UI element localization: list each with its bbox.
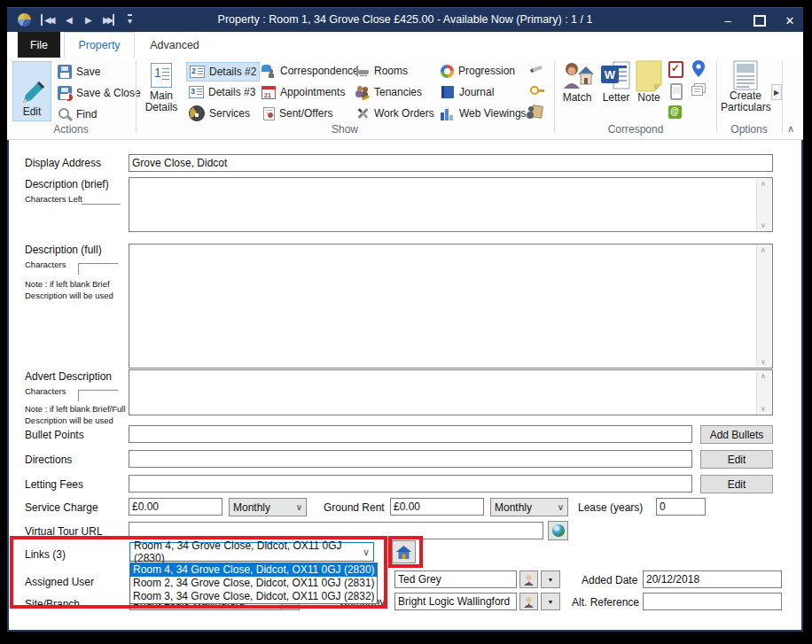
tenancies-button[interactable]: Tenancies: [353, 83, 425, 101]
group-separator: [716, 60, 717, 133]
task-checkbox-icon[interactable]: [668, 61, 683, 78]
save-and-close-button[interactable]: Save & Close: [55, 84, 144, 102]
ribbon-collapse-icon[interactable]: ∧: [787, 123, 794, 135]
edit-button[interactable]: Edit: [12, 61, 51, 121]
virtual-tour-url-label: Virtual Tour URL: [25, 525, 103, 538]
assigned-user-label: Assigned User: [25, 576, 94, 588]
links-option-2[interactable]: Room 2, 34 Grove Close, Didcot, OX11 0GJ…: [130, 577, 377, 590]
links-option-1[interactable]: Room 4, 34 Grove Close, Didcot, OX11 0GJ…: [130, 563, 377, 577]
appointments-button[interactable]: Appointments: [259, 83, 347, 101]
person-clipboard-icon[interactable]: [528, 104, 543, 118]
email-at-icon[interactable]: [668, 105, 682, 119]
assigned-user-input[interactable]: [394, 570, 517, 588]
letter-button[interactable]: W Letter: [599, 60, 633, 104]
bed-icon: [355, 64, 370, 78]
links-option-3[interactable]: Room 3, 34 Grove Close, Didcot, OX11 0GJ…: [130, 590, 377, 603]
description-full-textarea[interactable]: [129, 244, 773, 369]
display-address-input[interactable]: [129, 154, 773, 172]
textarea-scrollbar[interactable]: [756, 371, 771, 414]
description-brief-textarea[interactable]: [129, 177, 773, 232]
letting-fees-label: Letting Fees: [25, 478, 83, 491]
ground-rent-input[interactable]: [390, 498, 484, 516]
minimize-button[interactable]: –: [716, 12, 739, 29]
book-icon: [441, 85, 455, 99]
progression-button[interactable]: Progression: [438, 62, 518, 80]
advert-description-textarea[interactable]: [129, 369, 773, 415]
particulars-document-icon: [733, 60, 758, 90]
crossed-tools-icon: [355, 106, 370, 120]
textarea-scrollbar[interactable]: [756, 179, 771, 230]
match-button[interactable]: Match: [558, 60, 596, 104]
maximize-button[interactable]: [748, 12, 771, 29]
create-particulars-button[interactable]: Create Particulars: [720, 60, 771, 113]
description-full-note-line1: Note : if left blank Brief: [25, 279, 110, 289]
journal-button[interactable]: Journal: [438, 83, 496, 101]
textarea-scrollbar[interactable]: [756, 245, 771, 367]
main-details-button[interactable]: Main Details: [140, 61, 183, 121]
color-wheel-icon: [441, 65, 454, 78]
rooms-button[interactable]: Rooms: [353, 62, 410, 80]
group-separator: [782, 60, 783, 133]
assigned-user-dropdown-button[interactable]: [541, 570, 560, 588]
added-date-input[interactable]: [643, 570, 782, 588]
open-virtual-tour-button[interactable]: [548, 521, 568, 540]
document-seal-icon: [263, 107, 275, 120]
company-dropdown-button[interactable]: [541, 593, 560, 610]
services-button[interactable]: Services: [186, 105, 253, 122]
links-label: Links (3): [25, 548, 66, 561]
show-group-label: Show: [137, 123, 553, 136]
stacked-pages-icon[interactable]: [691, 86, 703, 96]
ground-rent-period-select[interactable]: Monthly: [490, 498, 568, 516]
directions-input[interactable]: [129, 450, 692, 468]
magnifier-icon: [58, 107, 72, 121]
edit-letting-fees-button[interactable]: Edit: [700, 475, 773, 493]
person-icon: [523, 596, 535, 608]
bullet-points-input[interactable]: [129, 425, 692, 443]
options-expand-button[interactable]: ▶: [771, 84, 782, 100]
key-icon[interactable]: [530, 83, 544, 97]
actions-group-label: Actions: [7, 123, 135, 136]
virtual-tour-url-input[interactable]: [129, 522, 543, 539]
links-combobox[interactable]: Room 4, 34 Grove Close, Didcot, OX11 0GJ…: [129, 542, 374, 562]
details-2-button[interactable]: Details #2: [186, 62, 260, 81]
alt-reference-input[interactable]: [643, 593, 782, 610]
work-orders-button[interactable]: Work Orders: [353, 105, 437, 122]
lease-years-input[interactable]: [656, 498, 706, 516]
tab-advanced[interactable]: Advanced: [138, 32, 211, 58]
save-close-icon: [58, 86, 72, 100]
close-button[interactable]: ✕: [778, 12, 801, 29]
bar-chart-icon: [441, 106, 455, 120]
display-address-label: Display Address: [25, 157, 101, 169]
add-bullets-button[interactable]: Add Bullets: [700, 425, 773, 444]
details-3-button[interactable]: Details #3: [186, 83, 258, 101]
phone-icon[interactable]: [670, 83, 683, 100]
title-bar[interactable]: Property : Room 1, 34 Grove Close £425.0…: [7, 7, 803, 32]
directions-label: Directions: [25, 454, 72, 466]
sent-offers-button[interactable]: Sent/Offers: [259, 105, 335, 122]
advert-description-note-line1: Note : if left blank Brief/Full: [25, 404, 126, 414]
service-charge-period-select[interactable]: Monthly: [229, 498, 307, 516]
assigned-user-lookup-button[interactable]: [519, 570, 538, 588]
company-lookup-button[interactable]: [519, 593, 538, 610]
edit-directions-button[interactable]: Edit: [700, 450, 773, 469]
save-button[interactable]: Save: [55, 63, 103, 81]
correspondence-button[interactable]: Correspondence: [259, 62, 362, 80]
tab-file[interactable]: File: [18, 32, 60, 58]
find-button[interactable]: Find: [55, 105, 99, 123]
characters-count-line: [78, 390, 118, 391]
map-pin-icon[interactable]: [692, 60, 705, 77]
sticky-note-icon: [636, 60, 662, 92]
lease-years-label: Lease (years): [578, 501, 643, 514]
tab-property[interactable]: Property: [64, 32, 135, 58]
pen-icon[interactable]: [530, 62, 544, 76]
go-to-linked-property-button[interactable]: [392, 540, 416, 563]
web-viewings-button[interactable]: Web Viewings: [438, 105, 529, 122]
characters-count-tick: [78, 390, 79, 401]
bullet-points-label: Bullet Points: [25, 429, 84, 441]
service-charge-input[interactable]: [129, 498, 223, 516]
options-group-label: Options: [718, 123, 780, 136]
note-button[interactable]: Note: [633, 60, 665, 104]
company-input[interactable]: [394, 593, 517, 610]
letting-fees-input[interactable]: [129, 475, 692, 493]
description-full-note-line2: Description will be used: [25, 291, 113, 300]
